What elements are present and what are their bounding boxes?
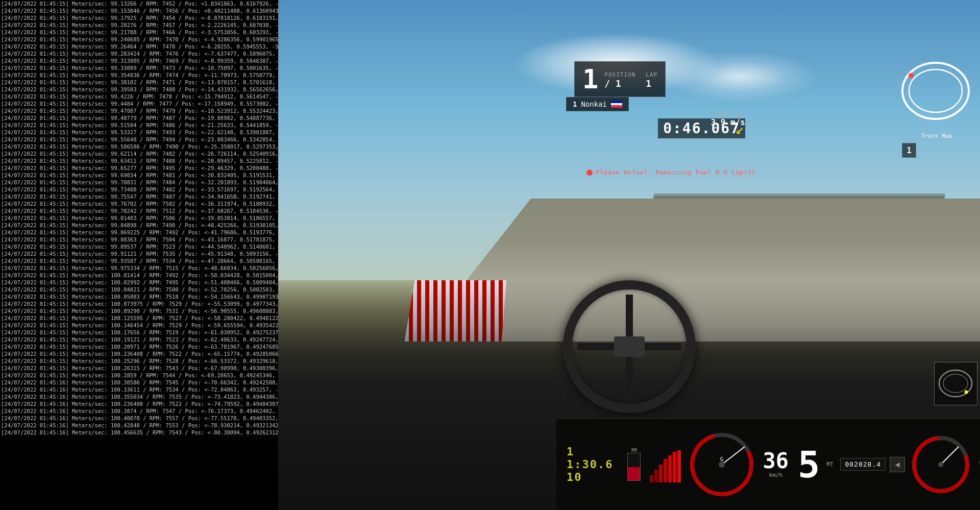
position-number: 1 bbox=[582, 66, 598, 92]
svg-point-2 bbox=[909, 73, 914, 78]
rpm-bar-4 bbox=[664, 459, 667, 482]
log-line: [24/07/2022 01:45:15] Meters/sec: 100.23… bbox=[0, 350, 278, 357]
race-timer: 1 1:30.6 10 bbox=[567, 445, 613, 483]
track-map-svg bbox=[896, 51, 975, 130]
right-tachometer bbox=[910, 434, 971, 495]
log-line: [24/07/2022 01:45:15] Meters/sec: 99.313… bbox=[0, 57, 278, 64]
game-view: 1 POSITION / 1 LAP 1 1 Nonkai OUT LAP 0:… bbox=[278, 0, 980, 510]
log-line: [24/07/2022 01:45:15] Meters/sec: 100.09… bbox=[0, 307, 278, 314]
log-line: [24/07/2022 01:45:15] Meters/sec: 99.264… bbox=[0, 43, 278, 50]
log-line: [24/07/2022 01:45:15] Meters/sec: 99.708… bbox=[0, 179, 278, 186]
mini-map-svg bbox=[935, 362, 977, 405]
log-line: [24/07/2022 01:45:15] Meters/sec: 100.14… bbox=[0, 322, 278, 329]
log-line: [24/07/2022 01:45:15] Meters/sec: 99.487… bbox=[0, 114, 278, 122]
alert-dot-icon bbox=[586, 169, 593, 176]
log-line: [24/07/2022 01:45:15] Meters/sec: 99.217… bbox=[0, 29, 278, 36]
log-line: [24/07/2022 01:45:15] Meters/sec: 99.652… bbox=[0, 164, 278, 172]
log-line: [24/07/2022 01:45:15] Meters/sec: 100.01… bbox=[0, 272, 278, 279]
flag-icon bbox=[611, 101, 622, 108]
steering-wheel bbox=[558, 275, 701, 418]
lap-label: LAP bbox=[646, 71, 657, 78]
log-line: [24/07/2022 01:45:15] Meters/sec: 100.20… bbox=[0, 343, 278, 350]
current-gear-display: 5 bbox=[798, 446, 820, 483]
rpm-bar-display bbox=[647, 439, 683, 490]
svg-point-1 bbox=[909, 69, 962, 112]
position-slash: / 1 bbox=[604, 78, 635, 89]
log-line: [24/07/2022 01:45:15] Meters/sec: 99.556… bbox=[0, 136, 278, 143]
svg-point-6 bbox=[965, 391, 968, 394]
speed-unit: km/h bbox=[769, 472, 783, 478]
log-line: [24/07/2022 01:45:15] Meters/sec: 99.782… bbox=[0, 207, 278, 214]
log-line: [24/07/2022 01:45:15] Meters/sec: 100.28… bbox=[0, 372, 278, 379]
driver-position: 1 bbox=[573, 100, 577, 108]
track-map-container: Track Map bbox=[896, 51, 977, 138]
position-details: POSITION / 1 bbox=[604, 71, 635, 89]
odometer-display: 002028.4 bbox=[840, 458, 886, 471]
track-map-label: Track Map bbox=[896, 133, 977, 139]
log-line: [24/07/2022 01:45:15] Meters/sec: 100.02… bbox=[0, 279, 278, 286]
log-line: [24/07/2022 01:45:15] Meters/sec: 99.179… bbox=[0, 14, 278, 21]
log-line: [24/07/2022 01:45:15] Meters/sec: 99.848… bbox=[0, 222, 278, 229]
log-line: [24/07/2022 01:45:15] Meters/sec: 99.132… bbox=[0, 0, 278, 7]
log-line: [24/07/2022 01:45:16] Meters/sec: 100.38… bbox=[0, 407, 278, 415]
mt-section: MT bbox=[826, 462, 834, 467]
tachometer-svg: G bbox=[689, 431, 755, 498]
right-gauges: ◀ x100 -1 RM bbox=[890, 434, 980, 495]
svg-line-10 bbox=[722, 447, 745, 465]
log-line: [24/07/2022 01:45:15] Meters/sec: 99.814… bbox=[0, 214, 278, 222]
log-line: [24/07/2022 01:45:15] Meters/sec: 99.734… bbox=[0, 186, 278, 193]
nav-arrow-icon: ↙ bbox=[736, 120, 744, 137]
svg-rect-3 bbox=[935, 362, 977, 405]
log-line: [24/07/2022 01:45:15] Meters/sec: 99.895… bbox=[0, 243, 278, 250]
fuel-rm-label: RM bbox=[631, 448, 637, 453]
rpm-bar-7 bbox=[677, 450, 681, 482]
log-line: [24/07/2022 01:45:15] Meters/sec: 99.935… bbox=[0, 257, 278, 264]
rpm-bar-6 bbox=[673, 452, 676, 482]
log-panel: [24/07/2022 01:45:15] Meters/sec: 99.132… bbox=[0, 0, 278, 510]
log-line: [24/07/2022 01:45:15] Meters/sec: 99.153… bbox=[0, 7, 278, 14]
log-line: [24/07/2022 01:45:15] Meters/sec: 99.755… bbox=[0, 193, 278, 200]
fuel-rm-bar bbox=[628, 467, 640, 481]
svg-line-14 bbox=[941, 447, 959, 465]
log-line: [24/07/2022 01:45:15] Meters/sec: 100.05… bbox=[0, 293, 278, 300]
log-line: [24/07/2022 01:45:16] Meters/sec: 100.40… bbox=[0, 415, 278, 422]
lap-counter-box: 1 bbox=[902, 143, 916, 158]
lap-value: 1 bbox=[646, 78, 657, 89]
tachometer: G bbox=[689, 431, 755, 498]
driver-box: 1 Nonkai bbox=[566, 97, 629, 111]
right-tach-svg bbox=[910, 434, 971, 495]
log-line: [24/07/2022 01:45:15] Meters/sec: 99.586… bbox=[0, 143, 278, 150]
log-line: [24/07/2022 01:45:15] Meters/sec: 99.395… bbox=[0, 86, 278, 93]
speed-value: 36 bbox=[763, 450, 789, 472]
log-lines: [24/07/2022 01:45:15] Meters/sec: 99.132… bbox=[0, 0, 278, 436]
lap-counter-value: 1 bbox=[906, 145, 912, 155]
rpm-bar-2 bbox=[654, 470, 658, 482]
svg-point-11 bbox=[719, 462, 725, 468]
log-line: [24/07/2022 01:45:15] Meters/sec: 100.25… bbox=[0, 357, 278, 365]
alert-text: Please Refuel. Remaining Fuel 0.6 Lap(s) bbox=[596, 168, 755, 176]
speed-alert: Please Refuel. Remaining Fuel 0.6 Lap(s) bbox=[586, 168, 755, 176]
position-label: POSITION bbox=[604, 71, 635, 78]
rpm-bars bbox=[647, 447, 683, 482]
log-line: [24/07/2022 01:45:15] Meters/sec: 100.04… bbox=[0, 286, 278, 293]
log-line: [24/07/2022 01:45:15] Meters/sec: 99.354… bbox=[0, 71, 278, 79]
log-line: [24/07/2022 01:45:15] Meters/sec: 99.883… bbox=[0, 236, 278, 243]
position-box: 1 POSITION / 1 LAP 1 bbox=[574, 61, 666, 97]
log-line: [24/07/2022 01:45:15] Meters/sec: 99.330… bbox=[0, 64, 278, 71]
rpm-bar-5 bbox=[668, 455, 672, 482]
log-line: [24/07/2022 01:45:15] Meters/sec: 99.869… bbox=[0, 229, 278, 236]
fuel-rm-bar-container bbox=[627, 453, 641, 481]
mini-map bbox=[934, 362, 977, 405]
log-line: [24/07/2022 01:45:16] Meters/sec: 100.42… bbox=[0, 422, 278, 429]
log-line: [24/07/2022 01:45:16] Meters/sec: 100.30… bbox=[0, 379, 278, 386]
nav-left-button[interactable]: ◀ bbox=[890, 457, 905, 472]
log-line: [24/07/2022 01:45:15] Meters/sec: 99.202… bbox=[0, 21, 278, 29]
sw-outer-ring bbox=[563, 280, 696, 413]
log-line: [24/07/2022 01:45:15] Meters/sec: 99.533… bbox=[0, 129, 278, 136]
log-line: [24/07/2022 01:45:15] Meters/sec: 99.515… bbox=[0, 122, 278, 129]
driver-name: Nonkai bbox=[581, 100, 607, 108]
log-line: [24/07/2022 01:45:15] Meters/sec: 100.26… bbox=[0, 365, 278, 372]
speedometer-display: 36 km/h bbox=[763, 450, 789, 478]
log-line: [24/07/2022 01:45:15] Meters/sec: 100.17… bbox=[0, 329, 278, 336]
svg-point-0 bbox=[902, 63, 969, 119]
